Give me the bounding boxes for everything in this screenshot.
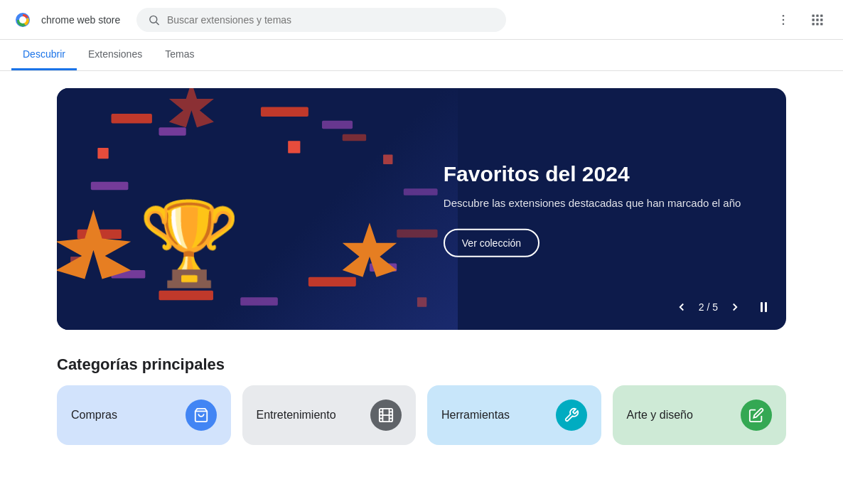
categories-grid: Compras Entretenimiento	[57, 385, 786, 445]
header: chrome web store	[0, 0, 843, 40]
svg-point-2	[150, 16, 157, 23]
svg-rect-21	[91, 182, 129, 190]
banner-prev-button[interactable]	[670, 296, 693, 318]
svg-rect-9	[820, 14, 822, 16]
hero-artwork: 🏆	[57, 88, 458, 330]
category-card-arte-diseno[interactable]: Arte y diseño	[613, 385, 787, 445]
chrome-logo-icon	[11, 9, 34, 31]
hero-collection-button[interactable]: Ver colección	[444, 228, 539, 257]
svg-point-4	[783, 14, 785, 16]
svg-rect-18	[261, 107, 308, 117]
main-content: 🏆 Favoritos del 2024 Descubre las extens…	[0, 71, 843, 462]
svg-line-3	[156, 22, 159, 25]
hero-subtitle: Descubre las extensiones destacadas que …	[444, 195, 750, 212]
shopping-bag-icon	[193, 407, 209, 423]
categories-section: Categorías principales Compras Entreteni…	[57, 355, 786, 445]
tab-temas[interactable]: Temas	[154, 40, 205, 70]
slide-indicator: 2 / 5	[699, 301, 718, 313]
svg-rect-24	[159, 291, 213, 300]
category-label-entretenimiento: Entretenimiento	[257, 409, 336, 422]
svg-point-5	[783, 18, 785, 21]
svg-point-1	[19, 16, 26, 23]
category-card-entretenimiento[interactable]: Entretenimiento	[242, 385, 417, 445]
svg-rect-11	[816, 18, 818, 21]
tab-extensiones[interactable]: Extensiones	[77, 40, 154, 70]
decorative-shapes: 🏆	[57, 88, 458, 330]
svg-rect-8	[816, 14, 818, 16]
apps-icon	[810, 13, 825, 27]
nav-tabs: Descubrir Extensiones Temas	[0, 40, 843, 71]
svg-rect-25	[240, 297, 278, 305]
svg-rect-7	[812, 14, 815, 16]
category-card-herramientas[interactable]: Herramientas	[427, 385, 601, 445]
banner-controls: 2 / 5	[670, 296, 775, 318]
category-icon-arte-diseno	[741, 400, 772, 431]
tab-descubrir[interactable]: Descubrir	[11, 40, 77, 70]
svg-rect-30	[97, 148, 108, 159]
search-input[interactable]	[167, 14, 495, 26]
svg-rect-15	[820, 23, 822, 25]
more-options-button[interactable]	[769, 6, 798, 34]
apps-button[interactable]	[803, 6, 832, 34]
svg-rect-20	[343, 134, 366, 141]
category-label-herramientas: Herramientas	[441, 409, 510, 422]
svg-point-6	[783, 23, 785, 25]
svg-rect-31	[288, 141, 300, 153]
svg-rect-34	[417, 297, 426, 306]
category-icon-entretenimiento	[370, 400, 402, 431]
svg-rect-14	[816, 23, 818, 25]
tools-icon	[564, 407, 579, 423]
categories-title: Categorías principales	[57, 355, 786, 374]
logo-area: chrome web store	[11, 9, 125, 31]
svg-marker-35	[57, 210, 131, 279]
chevron-left-icon	[675, 301, 688, 313]
svg-rect-28	[397, 230, 437, 237]
svg-rect-12	[820, 18, 822, 21]
svg-text:🏆: 🏆	[139, 195, 241, 292]
pause-icon	[761, 302, 767, 312]
svg-rect-32	[383, 154, 392, 163]
logo-title: chrome web store	[41, 14, 120, 26]
svg-rect-26	[308, 277, 356, 286]
svg-rect-29	[404, 188, 438, 195]
banner-pause-button[interactable]	[752, 296, 775, 318]
category-icon-herramientas	[556, 400, 587, 431]
category-card-compras[interactable]: Compras	[57, 385, 231, 445]
category-icon-compras	[186, 400, 217, 431]
svg-rect-19	[322, 121, 353, 129]
search-icon	[148, 14, 160, 26]
svg-rect-10	[812, 18, 815, 21]
category-label-arte-diseno: Arte y diseño	[627, 409, 693, 422]
banner-next-button[interactable]	[724, 296, 746, 318]
chevron-right-icon	[729, 301, 741, 313]
header-actions	[769, 6, 832, 34]
edit-icon	[748, 407, 764, 423]
svg-rect-17	[159, 127, 186, 135]
film-icon	[378, 407, 394, 423]
hero-text-area: Favoritos del 2024 Descubre las extensio…	[444, 161, 750, 257]
svg-marker-37	[169, 88, 214, 127]
search-bar[interactable]	[136, 8, 506, 32]
category-label-compras: Compras	[71, 409, 117, 422]
more-vert-icon	[776, 13, 790, 27]
hero-banner: 🏆 Favoritos del 2024 Descubre las extens…	[57, 88, 786, 330]
svg-rect-16	[112, 114, 152, 123]
svg-rect-13	[812, 23, 815, 25]
hero-title: Favoritos del 2024	[444, 161, 750, 187]
